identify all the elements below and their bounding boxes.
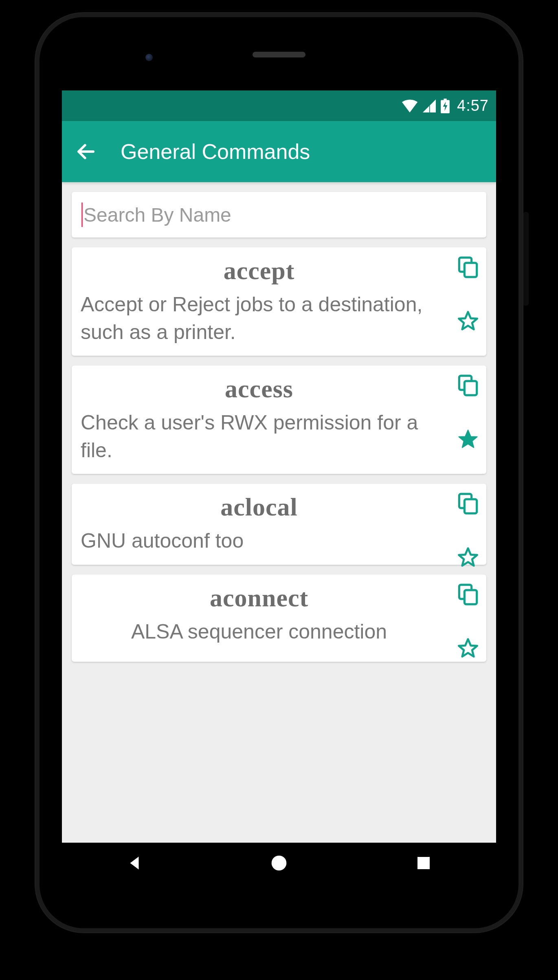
nav-back-button[interactable] — [98, 854, 171, 872]
command-name: aclocal — [81, 493, 437, 522]
command-name: access — [81, 374, 437, 403]
svg-rect-9 — [464, 590, 477, 604]
star-outline-icon[interactable] — [455, 308, 481, 334]
command-card[interactable]: accept Accept or Reject jobs to a destin… — [72, 247, 486, 356]
command-card[interactable]: aconnect ALSA sequencer connection — [72, 575, 486, 662]
wifi-icon — [402, 99, 418, 112]
phone-side-button — [523, 212, 529, 306]
search-input[interactable]: Search By Name — [72, 192, 486, 238]
svg-rect-1 — [444, 99, 446, 101]
svg-rect-5 — [464, 381, 477, 395]
android-nav-bar — [62, 843, 496, 883]
phone-bezel: 4:57 General Commands Search By Name acc… — [40, 17, 518, 928]
app-bar: General Commands — [62, 121, 496, 182]
card-actions — [455, 491, 481, 570]
command-description: Check a user's RWX permission for a file… — [81, 409, 437, 464]
svg-rect-3 — [464, 263, 477, 277]
text-cursor — [81, 203, 83, 227]
copy-icon[interactable] — [455, 491, 481, 516]
star-outline-icon[interactable] — [455, 545, 481, 570]
card-actions — [455, 255, 481, 334]
phone-frame: 4:57 General Commands Search By Name acc… — [35, 12, 523, 933]
command-description: Accept or Reject jobs to a destination, … — [81, 291, 437, 346]
command-description: ALSA sequencer connection — [81, 618, 437, 646]
command-name: accept — [81, 256, 437, 285]
search-placeholder: Search By Name — [83, 204, 231, 226]
content-area: Search By Name accept Accept or Reject j… — [62, 182, 496, 672]
copy-icon[interactable] — [455, 255, 481, 280]
status-bar: 4:57 — [62, 90, 496, 121]
svg-rect-11 — [417, 857, 430, 869]
card-actions — [455, 373, 481, 452]
copy-icon[interactable] — [455, 582, 481, 607]
card-actions — [455, 582, 481, 661]
command-card[interactable]: aclocal GNU autoconf too — [72, 484, 486, 565]
battery-charging-icon — [441, 99, 450, 113]
page-title: General Commands — [121, 139, 310, 164]
earpiece — [253, 52, 305, 57]
back-button[interactable] — [72, 141, 100, 163]
copy-icon[interactable] — [455, 373, 481, 398]
command-card[interactable]: access Check a user's RWX permission for… — [72, 366, 486, 474]
screen: 4:57 General Commands Search By Name acc… — [62, 90, 496, 851]
star-filled-icon[interactable] — [455, 427, 481, 452]
nav-home-button[interactable] — [242, 854, 316, 872]
front-camera — [145, 54, 153, 61]
star-outline-icon[interactable] — [455, 636, 481, 661]
nav-recent-button[interactable] — [387, 855, 460, 871]
clock-text: 4:57 — [457, 97, 489, 115]
command-name: aconnect — [81, 584, 437, 612]
svg-point-10 — [272, 856, 287, 871]
svg-rect-7 — [464, 499, 477, 513]
cell-signal-icon — [423, 99, 436, 112]
command-description: GNU autoconf too — [81, 527, 437, 555]
